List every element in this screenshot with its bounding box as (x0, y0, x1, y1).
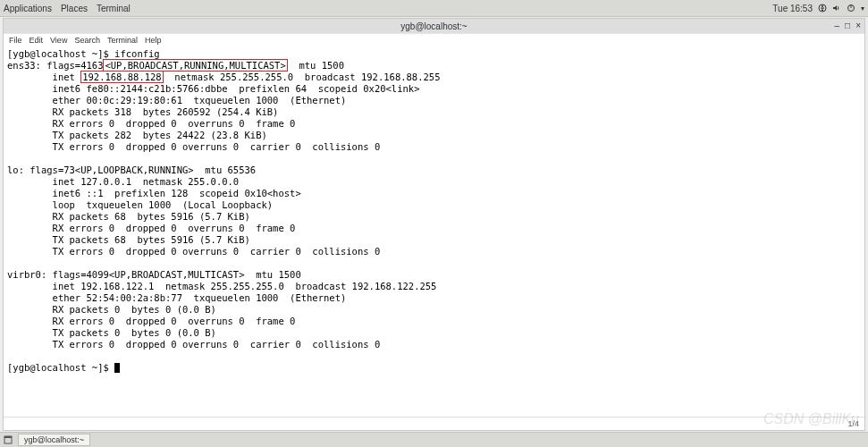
window-minimize-button[interactable]: – (835, 21, 840, 30)
menu-places[interactable]: Places (61, 4, 88, 13)
terminal-menubar: File Edit View Search Terminal Help (4, 33, 864, 46)
output-line: TX packets 0 bytes 0 (0.0 B) (7, 327, 216, 338)
gnome-taskbar: ygb@localhost:~ (0, 432, 868, 447)
output-line: inet6 fe80::2144:c21b:5766:dbbe prefixle… (7, 83, 419, 94)
prompt: [ygb@localhost ~]$ (7, 48, 114, 59)
output-line: RX errors 0 dropped 0 overruns 0 frame 0 (7, 118, 295, 129)
terminal-statusbar: 1/4 (4, 417, 864, 430)
menu-terminal-app[interactable]: Terminal (107, 36, 138, 45)
menu-edit[interactable]: Edit (29, 36, 44, 45)
output-line: TX packets 282 bytes 24422 (23.8 KiB) (7, 130, 267, 140)
output-line: ether 00:0c:29:19:80:61 txqueuelen 1000 … (7, 95, 346, 105)
menu-applications[interactable]: Applications (4, 4, 52, 13)
output-line: RX packets 318 bytes 260592 (254.4 KiB) (7, 106, 278, 117)
clock[interactable]: Tue 16:53 (772, 4, 813, 13)
menu-terminal[interactable]: Terminal (97, 4, 131, 13)
chevron-down-icon[interactable]: ▾ (861, 4, 864, 13)
output-line: inet (7, 72, 80, 82)
svg-rect-5 (4, 436, 12, 438)
output-line: TX errors 0 dropped 0 overruns 0 carrier… (7, 246, 380, 257)
volume-icon[interactable] (832, 4, 841, 13)
command-text: ifconfig (114, 48, 160, 59)
svg-point-1 (822, 5, 823, 7)
output-line: inet 127.0.0.1 netmask 255.0.0.0 (7, 176, 239, 187)
window-maximize-button[interactable]: □ (845, 21, 850, 30)
menu-help[interactable]: Help (145, 36, 162, 45)
power-icon[interactable] (847, 4, 855, 13)
ens33-ip-highlight: 192.168.88.128 (80, 71, 164, 83)
output-line: TX packets 68 bytes 5916 (5.7 KiB) (7, 234, 250, 245)
status-pos: 1/4 (847, 419, 859, 428)
terminal-cursor (114, 363, 120, 373)
taskbar-item-terminal[interactable]: ygb@localhost:~ (18, 434, 90, 446)
output-line: netmask 255.255.255.0 broadcast 192.168.… (164, 72, 441, 82)
output-line: mtu 1500 (288, 60, 344, 71)
output-line: TX errors 0 dropped 0 overruns 0 carrier… (7, 141, 380, 152)
gnome-top-bar: Applications Places Terminal Tue 16:53 ▾ (0, 0, 868, 17)
terminal-output[interactable]: [ygb@localhost ~]$ ifconfig ens33: flags… (4, 46, 864, 417)
output-line: lo: flags=73<UP,LOOPBACK,RUNNING> mtu 65… (7, 164, 256, 175)
output-line: inet 192.168.122.1 netmask 255.255.255.0… (7, 281, 436, 291)
terminal-window: ygb@localhost:~ – □ × File Edit View Sea… (3, 18, 865, 431)
output-line: loop txqueuelen 1000 (Local Loopback) (7, 199, 273, 210)
output-line: inet6 ::1 prefixlen 128 scopeid 0x10<hos… (7, 188, 301, 198)
accessibility-icon[interactable] (818, 4, 827, 13)
output-line: RX packets 0 bytes 0 (0.0 B) (7, 304, 216, 315)
output-line: ens33: flags=4163 (7, 60, 103, 71)
output-line: virbr0: flags=4099<UP,BROADCAST,MULTICAS… (7, 269, 301, 280)
output-line: RX errors 0 dropped 0 overruns 0 frame 0 (7, 316, 295, 326)
prompt: [ygb@localhost ~]$ (7, 362, 114, 373)
output-line: TX errors 0 dropped 0 overruns 0 carrier… (7, 339, 380, 350)
menu-view[interactable]: View (50, 36, 67, 45)
show-desktop-icon[interactable] (4, 435, 13, 444)
output-line: RX packets 68 bytes 5916 (5.7 KiB) (7, 211, 250, 222)
output-line: RX errors 0 dropped 0 overruns 0 frame 0 (7, 223, 295, 233)
ens33-flags-highlight: <UP,BROADCAST,RUNNING,MULTICAST> (103, 59, 287, 72)
window-close-button[interactable]: × (855, 21, 861, 30)
window-titlebar[interactable]: ygb@localhost:~ – □ × (4, 19, 864, 33)
output-line: ether 52:54:00:2a:8b:77 txqueuelen 1000 … (7, 292, 346, 303)
window-title: ygb@localhost:~ (400, 21, 467, 31)
menu-search[interactable]: Search (74, 36, 100, 45)
menu-file[interactable]: File (9, 36, 22, 45)
